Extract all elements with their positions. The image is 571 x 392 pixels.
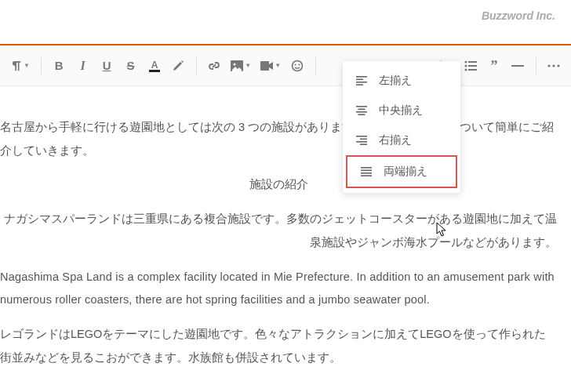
- toolbar-separator: [536, 57, 536, 74]
- video-icon: [260, 61, 273, 71]
- text-color-icon: A: [147, 59, 162, 73]
- svg-rect-25: [356, 79, 363, 81]
- dropdown-item-label: 左揃え: [379, 74, 412, 88]
- blockquote-button[interactable]: ”: [483, 52, 505, 80]
- unordered-list-button[interactable]: [459, 52, 481, 80]
- bold-button[interactable]: B: [48, 52, 70, 80]
- align-center-icon: [355, 106, 368, 115]
- chevron-down-icon: ▼: [275, 62, 281, 69]
- svg-rect-39: [361, 175, 372, 176]
- align-center-item[interactable]: 中央揃え: [343, 96, 460, 125]
- toolbar-separator: [315, 57, 316, 74]
- svg-rect-29: [358, 109, 366, 111]
- svg-point-21: [547, 64, 550, 67]
- strikethrough-icon: S: [127, 59, 135, 72]
- svg-rect-27: [356, 84, 363, 85]
- align-justify-icon: [360, 167, 373, 176]
- paragraph: レゴランドはLEGOをテーマにした遊園地です。色々なアトラクションに加えてLEG…: [0, 323, 557, 369]
- svg-point-5: [293, 60, 303, 71]
- svg-rect-33: [360, 139, 367, 140]
- paragraph: 名古屋から手軽に行ける遊園地としては次の 3 つの施設があります。それぞれの施設…: [0, 116, 557, 162]
- dropdown-item-label: 両端揃え: [384, 165, 427, 179]
- brand-label: Buzzword Inc.: [482, 9, 555, 22]
- quote-icon: ”: [490, 62, 497, 70]
- svg-rect-31: [358, 114, 366, 115]
- align-right-item[interactable]: 右揃え: [343, 125, 460, 155]
- link-icon: [208, 60, 220, 72]
- svg-text:A: A: [151, 60, 158, 71]
- video-button[interactable]: ▼: [256, 52, 285, 80]
- more-button[interactable]: [543, 52, 565, 80]
- image-button[interactable]: ▼: [227, 52, 255, 80]
- svg-point-15: [464, 64, 467, 67]
- more-icon: [547, 64, 560, 67]
- italic-button[interactable]: I: [71, 52, 93, 80]
- dropdown-item-label: 右揃え: [379, 133, 412, 147]
- text-color-button[interactable]: A: [144, 52, 165, 80]
- svg-rect-18: [468, 65, 477, 67]
- svg-rect-24: [356, 76, 367, 78]
- svg-point-23: [557, 64, 559, 67]
- alignment-dropdown: 左揃え 中央揃え 右揃え 両端揃え: [343, 61, 460, 193]
- svg-rect-19: [468, 69, 477, 71]
- emoji-button[interactable]: [286, 52, 308, 80]
- svg-rect-1: [149, 70, 160, 72]
- align-left-item[interactable]: 左揃え: [343, 66, 460, 96]
- svg-rect-4: [260, 61, 269, 71]
- bold-icon: B: [55, 59, 64, 72]
- highlight-button[interactable]: [167, 52, 189, 80]
- link-button[interactable]: [203, 52, 225, 80]
- paragraph: ナガシマスパーランドは三重県にある複合施設です。多数のジェットコースターがある遊…: [0, 208, 557, 254]
- svg-rect-32: [356, 136, 367, 137]
- hr-button[interactable]: [507, 52, 529, 80]
- hr-icon: [511, 60, 524, 71]
- strikethrough-button[interactable]: S: [119, 52, 141, 80]
- editor-toolbar: ▼ B I U S A ▼ ▼ 123 ”: [0, 45, 571, 86]
- editor-content[interactable]: 名古屋から手軽に行ける遊園地としては次の 3 つの施設があります。それぞれの施設…: [0, 116, 562, 380]
- toolbar-separator: [41, 57, 42, 74]
- smile-icon: [291, 60, 304, 72]
- dropdown-item-label: 中央揃え: [379, 103, 423, 118]
- list-ul-icon: [464, 60, 477, 71]
- italic-icon: I: [81, 59, 85, 73]
- svg-rect-36: [361, 167, 372, 169]
- svg-point-22: [552, 64, 555, 67]
- svg-rect-34: [356, 141, 367, 143]
- toolbar-separator: [196, 57, 197, 74]
- align-right-icon: [355, 136, 368, 145]
- svg-point-7: [299, 64, 300, 65]
- underline-icon: U: [103, 59, 111, 72]
- underline-button[interactable]: U: [96, 52, 118, 80]
- svg-rect-38: [361, 172, 372, 174]
- svg-point-16: [464, 68, 467, 71]
- svg-rect-37: [361, 170, 372, 172]
- image-icon: [231, 60, 243, 71]
- chevron-down-icon: ▼: [245, 62, 251, 69]
- chevron-down-icon: ▼: [24, 62, 30, 69]
- pilcrow-icon: [11, 60, 22, 71]
- svg-rect-17: [468, 61, 477, 63]
- paragraph-style-button[interactable]: ▼: [6, 52, 35, 80]
- svg-rect-30: [356, 111, 367, 113]
- align-justify-item[interactable]: 両端揃え: [346, 155, 457, 188]
- section-heading: 施設の紹介: [0, 173, 557, 197]
- svg-point-6: [295, 64, 296, 65]
- svg-rect-35: [360, 143, 367, 145]
- svg-point-3: [234, 63, 236, 65]
- marker-icon: [172, 60, 184, 72]
- align-left-icon: [355, 76, 368, 85]
- svg-point-14: [464, 60, 467, 63]
- svg-rect-28: [356, 106, 367, 107]
- svg-rect-26: [356, 82, 367, 83]
- paragraph: Nagashima Spa Land is a complex facility…: [0, 266, 557, 312]
- svg-rect-20: [511, 65, 524, 67]
